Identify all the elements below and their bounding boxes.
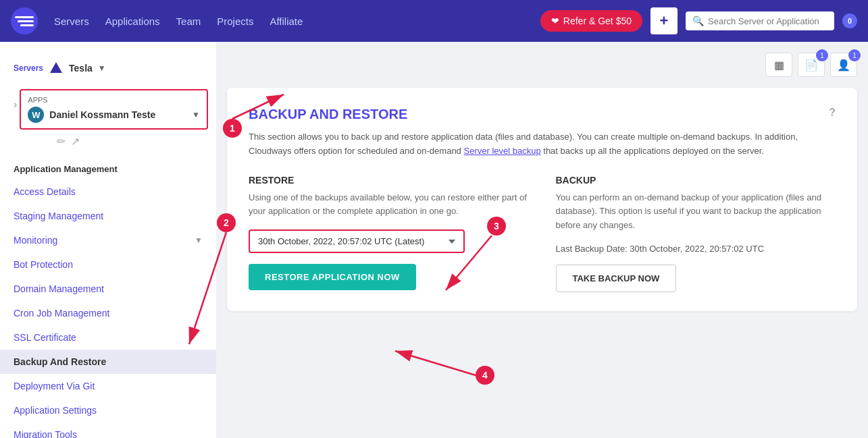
sidebar-item-label: Staging Management xyxy=(14,211,103,221)
help-icon[interactable]: ? xyxy=(829,107,836,119)
nav-projects[interactable]: Projects xyxy=(217,16,253,27)
app-name: Daniel Kossmann Teste xyxy=(49,109,186,120)
users-icon-btn[interactable]: 👤 1 xyxy=(830,53,857,77)
nav-team[interactable]: Team xyxy=(176,16,201,27)
backup-section: BACKUP You can perform an on-demand back… xyxy=(556,175,836,292)
server-dropdown-arrow[interactable]: ▼ xyxy=(98,63,106,73)
server-level-backup-link[interactable]: Server level backup xyxy=(463,146,540,156)
external-link-icon[interactable]: ↗ xyxy=(71,135,80,148)
nav-servers[interactable]: Servers xyxy=(54,16,89,27)
sidebar-item-staging-management[interactable]: Staging Management xyxy=(0,204,216,228)
sidebar-item-ssl-certificate[interactable]: SSL Certificate xyxy=(0,325,216,350)
take-backup-now-button[interactable]: TAKE BACKUP NOW xyxy=(556,265,677,292)
wordpress-icon: W xyxy=(28,107,44,123)
notification-badge[interactable]: 0 xyxy=(842,13,857,28)
card-description: This section allows you to back up and r… xyxy=(249,130,836,159)
description-end-text: that backs up all the applications deplo… xyxy=(543,146,764,156)
server-name[interactable]: Tesla xyxy=(69,63,93,74)
sidebar-item-monitoring[interactable]: Monitoring ▼ xyxy=(0,228,216,252)
refer-label: Refer & Get $50 xyxy=(563,16,632,26)
restore-description: Using one of the backups available below… xyxy=(249,191,529,219)
sidebar-item-cron-job-management[interactable]: Cron Job Management xyxy=(0,301,216,325)
sidebar-item-backup-restore[interactable]: Backup And Restore xyxy=(0,350,216,374)
svg-rect-0 xyxy=(15,16,34,18)
app-name-row: W Daniel Kossmann Teste ▼ xyxy=(28,107,200,123)
logo xyxy=(11,7,38,34)
sidebar-item-domain-management[interactable]: Domain Management xyxy=(0,277,216,301)
main-card: BACKUP AND RESTORE ? This section allows… xyxy=(227,88,857,311)
action-icons: ✏ ↗ xyxy=(0,135,216,156)
apps-selector-area: › Apps W Daniel Kossmann Teste ▼ xyxy=(0,89,216,130)
backup-label: BACKUP xyxy=(556,175,836,186)
card-title-text: BACKUP AND RESTORE xyxy=(249,107,407,122)
sidebar-section-title: Application Management xyxy=(0,156,216,180)
sidebar-item-label: Deployment Via Git xyxy=(14,381,95,391)
servers-breadcrumb-link[interactable]: Servers xyxy=(14,63,43,73)
breadcrumb-arrow: › xyxy=(14,99,17,111)
refer-button[interactable]: ❤ Refer & Get $50 xyxy=(540,10,642,32)
restore-application-now-button[interactable]: RESTORE APPLICATION NOW xyxy=(249,264,416,290)
restore-section: RESTORE Using one of the backups availab… xyxy=(249,175,529,292)
card-title: BACKUP AND RESTORE ? xyxy=(249,107,836,122)
sidebar-item-label: Monitoring xyxy=(14,235,57,246)
logo-icon xyxy=(11,7,38,34)
nav-applications[interactable]: Applications xyxy=(105,16,160,27)
sidebar-item-access-details[interactable]: Access Details xyxy=(0,180,216,204)
sidebar-item-label: Application Settings xyxy=(14,405,97,416)
server-select-row: Servers Tesla ▼ xyxy=(0,55,216,81)
sidebar-item-label: Migration Tools xyxy=(14,429,77,438)
sidebar-item-label: Backup And Restore xyxy=(14,356,106,367)
edit-icon[interactable]: ✏ xyxy=(57,135,66,148)
sidebar-item-label: SSL Certificate xyxy=(14,332,76,343)
files-icon: 📄 xyxy=(805,59,818,72)
apps-selector[interactable]: Apps W Daniel Kossmann Teste ▼ xyxy=(20,89,208,130)
top-action-bar: ▦ 📄 1 👤 1 xyxy=(227,53,857,77)
plus-button[interactable]: + xyxy=(650,7,678,34)
sidebar-item-label: Domain Management xyxy=(14,283,104,294)
topnav-right: ❤ Refer & Get $50 + 🔍 0 xyxy=(540,7,857,34)
sidebar-item-label: Bot Protection xyxy=(14,259,73,270)
topnav-links: Servers Applications Team Projects Affil… xyxy=(54,16,524,27)
users-badge: 1 xyxy=(848,49,861,61)
sidebar-item-migration-tools[interactable]: Migration Tools xyxy=(0,422,216,438)
two-col-layout: RESTORE Using one of the backups availab… xyxy=(249,175,836,292)
main-container: Servers Tesla ▼ › Apps W Daniel Kossmann… xyxy=(0,42,868,438)
files-badge: 1 xyxy=(816,49,828,61)
sidebar-item-label: Access Details xyxy=(14,186,76,197)
users-icon: 👤 xyxy=(837,59,850,72)
expand-icon: ▼ xyxy=(195,236,203,245)
restore-label: RESTORE xyxy=(249,175,529,186)
last-backup-text: Last Backup Date: 30th October, 2022, 20… xyxy=(556,244,836,254)
content-area: ▦ 📄 1 👤 1 BACKUP AND RESTORE ? This sect… xyxy=(216,42,868,438)
server-logo xyxy=(49,61,63,76)
nav-affiliate[interactable]: Affiliate xyxy=(270,16,303,27)
backup-description: You can perform an on-demand backup of y… xyxy=(556,191,836,233)
layout-icon: ▦ xyxy=(774,59,784,72)
search-box: 🔍 xyxy=(686,11,834,30)
sidebar-item-label: Cron Job Management xyxy=(14,308,109,319)
sidebar: Servers Tesla ▼ › Apps W Daniel Kossmann… xyxy=(0,42,216,438)
heart-icon: ❤ xyxy=(551,16,559,26)
sidebar-item-application-settings[interactable]: Application Settings xyxy=(0,398,216,422)
sidebar-item-deployment-via-git[interactable]: Deployment Via Git xyxy=(0,374,216,398)
svg-rect-2 xyxy=(20,24,34,26)
app-dropdown-arrow[interactable]: ▼ xyxy=(192,110,200,119)
svg-marker-3 xyxy=(50,62,62,73)
backup-select[interactable]: 30th October, 2022, 20:57:02 UTC (Latest… xyxy=(249,229,465,253)
search-icon: 🔍 xyxy=(692,16,704,26)
search-input[interactable] xyxy=(708,16,827,26)
topnav: Servers Applications Team Projects Affil… xyxy=(0,0,868,42)
svg-rect-1 xyxy=(18,20,34,22)
layout-icon-btn[interactable]: ▦ xyxy=(765,53,792,77)
sidebar-item-bot-protection[interactable]: Bot Protection xyxy=(0,252,216,277)
files-icon-btn[interactable]: 📄 1 xyxy=(798,53,825,77)
apps-label: Apps xyxy=(28,96,200,104)
